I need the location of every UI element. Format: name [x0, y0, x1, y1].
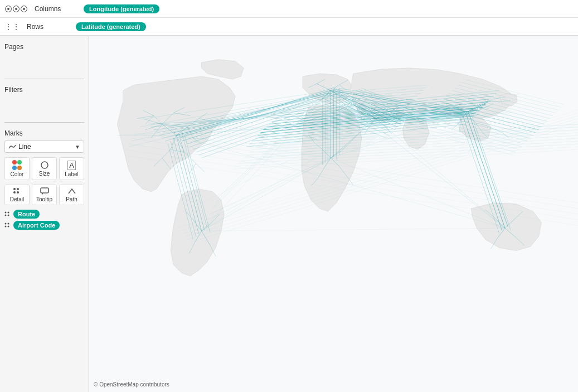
svg-line-172 — [189, 242, 195, 253]
svg-point-12 — [8, 223, 9, 225]
svg-line-196 — [134, 96, 326, 135]
svg-line-16 — [176, 90, 331, 135]
pages-section: Pages — [4, 41, 84, 74]
svg-point-2 — [17, 188, 19, 190]
svg-line-173 — [210, 245, 216, 256]
svg-line-24 — [187, 92, 342, 144]
tooltip-button[interactable]: Tooltip — [32, 185, 57, 205]
svg-line-332 — [440, 101, 541, 127]
svg-marker-6 — [42, 193, 43, 195]
svg-line-108 — [199, 119, 213, 122]
svg-line-331 — [435, 107, 536, 132]
svg-line-203 — [207, 161, 328, 220]
svg-point-14 — [8, 226, 9, 228]
svg-line-169 — [202, 231, 210, 245]
svg-line-115 — [317, 84, 331, 90]
svg-line-356 — [252, 119, 471, 141]
svg-line-111 — [154, 158, 162, 166]
svg-point-7 — [5, 212, 7, 214]
flight-routes-overlay — [89, 36, 578, 392]
svg-line-335 — [429, 113, 530, 138]
line-mark-icon — [8, 144, 16, 149]
svg-line-345 — [415, 127, 516, 152]
svg-line-29 — [157, 107, 311, 132]
main-area: Pages Filters Marks Line ▼ — [0, 36, 578, 392]
svg-line-99 — [143, 119, 162, 124]
svg-line-198 — [129, 101, 320, 147]
detail-icon — [13, 187, 22, 195]
svg-line-96 — [171, 149, 184, 152]
svg-line-114 — [189, 163, 196, 173]
rows-pill[interactable]: Latitude (generated) — [76, 22, 146, 31]
svg-line-210 — [376, 119, 505, 229]
svg-rect-5 — [41, 188, 48, 193]
filters-section: Filters — [4, 79, 84, 118]
label-button[interactable]: A Label — [59, 157, 84, 180]
svg-line-162 — [482, 131, 488, 138]
svg-line-193 — [516, 238, 524, 245]
color-dot-red — [12, 160, 17, 164]
dropdown-chevron-icon: ▼ — [75, 144, 80, 150]
svg-point-10 — [8, 215, 9, 216]
svg-line-288 — [249, 133, 578, 152]
svg-line-102 — [143, 110, 154, 116]
marks-type-dropdown[interactable]: Line ▼ — [4, 141, 84, 153]
svg-line-105 — [173, 107, 184, 113]
svg-line-136 — [386, 127, 391, 134]
svg-line-174 — [322, 149, 331, 158]
svg-line-327 — [269, 144, 370, 152]
svg-line-100 — [145, 124, 162, 130]
svg-line-121 — [339, 80, 348, 85]
svg-line-171 — [212, 214, 220, 222]
route-field: Route — [4, 210, 84, 219]
columns-pill[interactable]: Longitude (generated) — [84, 4, 159, 13]
svg-point-3 — [13, 191, 16, 193]
route-pill[interactable]: Route — [13, 210, 40, 219]
svg-line-329 — [263, 149, 364, 158]
route-detail-dots — [4, 211, 11, 217]
svg-line-343 — [418, 124, 519, 149]
svg-point-9 — [5, 215, 7, 216]
viz-area[interactable]: © OpenStreetMap contributors — [89, 36, 578, 392]
svg-line-194 — [145, 90, 331, 118]
svg-line-350 — [260, 110, 479, 133]
color-dot-green — [17, 160, 22, 164]
airport-code-field: Airport Code — [4, 221, 84, 230]
detail-button[interactable]: Detail — [4, 185, 30, 205]
columns-label: Columns — [35, 5, 79, 13]
svg-line-106 — [173, 113, 190, 116]
svg-line-208 — [202, 158, 331, 231]
svg-line-299 — [123, 155, 578, 225]
svg-line-77 — [182, 133, 207, 228]
route-dots-icon — [4, 211, 11, 217]
color-icon-row2 — [12, 166, 22, 170]
airport-code-pill[interactable]: Airport Code — [13, 221, 60, 230]
svg-line-120 — [308, 84, 317, 88]
label-icon: A — [67, 161, 76, 170]
svg-line-165 — [502, 133, 509, 138]
svg-line-349 — [263, 107, 482, 129]
svg-line-328 — [266, 147, 367, 155]
svg-line-281 — [359, 89, 415, 112]
color-button[interactable]: Color — [4, 157, 30, 180]
svg-line-160 — [494, 97, 505, 99]
svg-line-161 — [499, 100, 511, 101]
top-bar: ⦿⦿⦿ Columns Longitude (generated) ⋮⋮ Row… — [0, 0, 578, 36]
svg-line-292 — [238, 144, 578, 163]
size-button[interactable]: Size — [32, 157, 57, 180]
svg-line-234 — [179, 112, 513, 134]
svg-line-291 — [241, 141, 578, 161]
svg-line-330 — [438, 104, 538, 129]
svg-line-112 — [162, 158, 171, 169]
path-button[interactable]: Path — [59, 185, 84, 205]
size-icon — [40, 161, 49, 170]
svg-line-166 — [193, 220, 201, 231]
svg-line-352 — [258, 113, 477, 135]
svg-line-235 — [202, 228, 505, 231]
svg-line-25 — [162, 101, 317, 138]
svg-line-163 — [485, 125, 494, 129]
svg-point-13 — [5, 226, 7, 228]
svg-line-361 — [280, 90, 499, 113]
svg-line-202 — [210, 158, 331, 214]
map-attribution: © OpenStreetMap contributors — [94, 381, 169, 388]
